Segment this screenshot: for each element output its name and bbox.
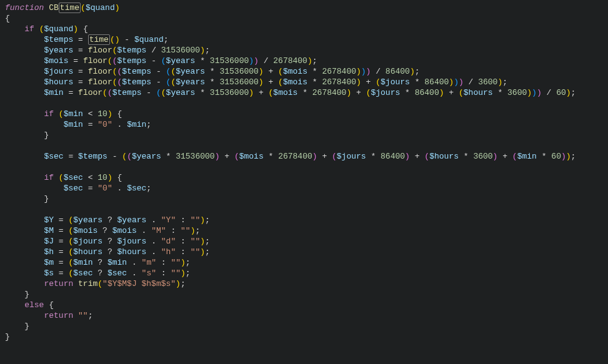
str: "" — [171, 258, 181, 267]
var: $sec — [107, 268, 127, 278]
var: $temps — [122, 77, 151, 87]
var: $hours — [429, 152, 459, 161]
str: "Y" — [161, 215, 176, 225]
var: $min — [64, 120, 83, 129]
num: 60 — [551, 152, 561, 161]
var: $mois — [239, 152, 264, 161]
var-min: $min — [44, 88, 63, 97]
code-line: $min = floor(($temps - (($years * 315360… — [0, 87, 608, 98]
var-s: $s — [44, 268, 54, 278]
num: 86400 — [381, 152, 405, 161]
var: $years — [73, 215, 102, 225]
fn-floor: floor — [88, 46, 112, 55]
code-line: if ($sec < 10) { — [0, 172, 608, 183]
code-line: $Y = ($years ? $years . "Y" : ""); — [0, 215, 608, 225]
var: $years — [176, 67, 205, 76]
code-line — [0, 204, 608, 215]
code-line: } — [0, 130, 608, 140]
code-line: else { — [0, 300, 608, 310]
str: "d" — [161, 237, 176, 246]
num: 2678400 — [322, 67, 356, 76]
code-line: $s = ($sec ? $sec . "s" : ""); — [0, 268, 608, 278]
var-temps: $temps — [44, 35, 73, 44]
param-quand: $quand — [86, 3, 115, 12]
var-quand: $quand — [134, 35, 164, 44]
str: "h" — [161, 247, 176, 257]
var: $min — [73, 258, 92, 267]
var: $mois — [273, 88, 297, 97]
num: 3600 — [473, 152, 492, 161]
num: 60 — [556, 88, 566, 97]
fn-floor: floor — [83, 56, 107, 66]
str: "0" — [97, 184, 112, 193]
code-line: } — [0, 321, 608, 332]
num: 31536000 — [210, 88, 249, 97]
code-line: $sec = $temps - (($years * 31536000) + (… — [0, 151, 608, 162]
str: "" — [181, 226, 191, 235]
code-line: } — [0, 332, 608, 342]
keyword-if: if — [24, 24, 34, 34]
var: $jours — [371, 88, 400, 97]
var-mois: $mois — [44, 56, 68, 66]
var-M: $M — [44, 226, 54, 235]
var: $min — [64, 109, 83, 119]
num: 2678400 — [322, 77, 356, 87]
code-editor[interactable]: function CBtime($quand) { if ($quand) { … — [0, 2, 608, 342]
code-line: return trim("$Y$M$J $h$m$s"); — [0, 278, 608, 289]
str: "M" — [151, 226, 166, 235]
num: 3600 — [507, 88, 527, 97]
str: "$Y$M$J $h$m$s" — [102, 279, 176, 288]
var: $min — [107, 258, 127, 267]
num: 10 — [97, 173, 107, 182]
str: "0" — [97, 120, 112, 129]
code-line — [0, 162, 608, 172]
num: 31536000 — [161, 46, 200, 55]
var: $temps — [122, 67, 151, 76]
var: $jours — [381, 77, 410, 87]
code-line: $jours = floor(($temps - (($years * 3153… — [0, 66, 608, 77]
var: $years — [132, 152, 161, 161]
keyword-function: function — [5, 3, 44, 12]
code-line: return ""; — [0, 310, 608, 321]
str: "" — [191, 215, 201, 225]
code-line: { — [0, 13, 608, 24]
var: $sec — [73, 268, 92, 278]
str: "m" — [142, 258, 156, 267]
var: $hours — [464, 88, 493, 97]
code-line: } — [0, 194, 608, 204]
var: $temps — [112, 88, 142, 97]
code-line — [0, 98, 608, 109]
fn-time-highlighted: time — [88, 34, 110, 45]
str: "s" — [142, 268, 156, 278]
num: 31536000 — [219, 67, 258, 76]
code-line: if ($min < 10) { — [0, 109, 608, 119]
num: 31536000 — [210, 56, 249, 66]
keyword-if: if — [44, 173, 54, 182]
var: $mois — [283, 67, 307, 76]
fn-floor: floor — [88, 67, 112, 76]
code-line — [0, 140, 608, 151]
keyword-return: return — [44, 311, 73, 320]
code-line: function CBtime($quand) — [0, 2, 608, 13]
var: $sec — [127, 184, 146, 193]
var-Y: $Y — [44, 215, 54, 225]
str: "" — [191, 237, 201, 246]
code-line: $years = floor($temps / 31536000); — [0, 45, 608, 56]
var: $jours — [117, 237, 147, 246]
var: $years — [176, 77, 205, 87]
num: 86400 — [386, 67, 410, 76]
code-line: $J = ($jours ? $jours . "d" : ""); — [0, 236, 608, 247]
var: $jours — [337, 152, 366, 161]
keyword-if: if — [44, 109, 54, 119]
code-line: if ($quand) { — [0, 24, 608, 34]
var-hours: $hours — [44, 77, 73, 87]
str: "" — [171, 268, 181, 278]
code-line: $M = ($mois ? $mois . "M" : ""); — [0, 225, 608, 236]
num: 3600 — [478, 77, 497, 87]
num: 86400 — [415, 88, 439, 97]
code-line: $hours = floor(($temps - (($years * 3153… — [0, 77, 608, 87]
function-name-prefix: CB — [49, 3, 59, 12]
var-years: $years — [44, 46, 73, 55]
code-line: $min = "0" . $min; — [0, 119, 608, 130]
code-line: $mois = floor(($temps - ($years * 315360… — [0, 56, 608, 66]
